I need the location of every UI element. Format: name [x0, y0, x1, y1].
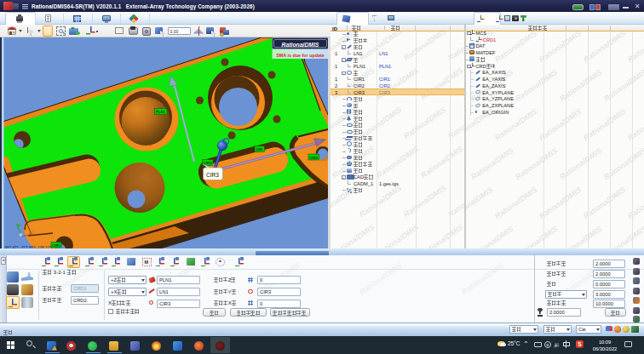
svg-text:CIR3: CIR3	[204, 161, 212, 165]
svg-text:Y: Y	[17, 221, 20, 226]
svg-text:CIR3: CIR3	[206, 172, 219, 178]
svg-text:PLN1: PLN1	[156, 110, 165, 114]
svg-text:RationalDMIS: RationalDMIS	[282, 42, 319, 48]
svg-text:LN1: LN1	[256, 147, 264, 151]
svg-text:CIR2: CIR2	[309, 156, 318, 160]
svg-text:2: 2	[221, 138, 225, 144]
svg-text:CIR1: CIR1	[52, 243, 60, 248]
svg-text:SMA is due for update: SMA is due for update	[276, 53, 325, 58]
